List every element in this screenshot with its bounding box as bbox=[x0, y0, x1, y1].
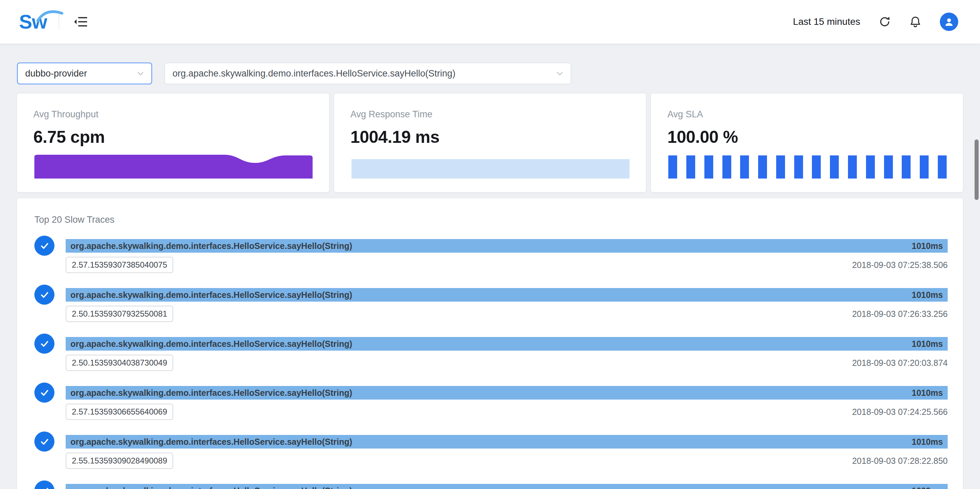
sidebar-toggle-button[interactable] bbox=[73, 15, 89, 28]
time-range-selector[interactable]: Last 15 minutes bbox=[793, 16, 860, 27]
sla-bar bbox=[848, 156, 857, 179]
bell-icon bbox=[909, 16, 921, 28]
trace-meta: 2.50.15359304038730049 2018-09-03 07:20:… bbox=[66, 355, 948, 371]
response-time-value: 1004.19 ms bbox=[350, 127, 630, 147]
refresh-button[interactable] bbox=[878, 16, 891, 28]
trace-id-chip[interactable]: 2.57.15359307385040075 bbox=[66, 257, 173, 273]
trace-endpoint-label: org.apache.skywalking.demo.interfaces.He… bbox=[70, 290, 352, 300]
slow-traces-title: Top 20 Slow Traces bbox=[34, 214, 948, 225]
trace-timestamp: 2018-09-03 07:24:25.566 bbox=[852, 407, 948, 417]
service-selector[interactable]: dubbo-provider bbox=[17, 63, 152, 84]
sla-bar bbox=[686, 156, 695, 179]
trace-duration-label: 1010ms bbox=[912, 339, 943, 349]
sla-bar bbox=[705, 156, 713, 179]
trace-body: org.apache.skywalking.demo.interfaces.He… bbox=[66, 288, 948, 322]
trace-success-icon bbox=[34, 285, 54, 305]
trace-row: org.apache.skywalking.demo.interfaces.He… bbox=[34, 386, 948, 420]
trace-endpoint-label: org.apache.skywalking.demo.interfaces.He… bbox=[70, 339, 352, 349]
sla-label: Avg SLA bbox=[667, 109, 947, 120]
trace-timestamp: 2018-09-03 07:20:03.874 bbox=[852, 358, 948, 368]
trace-duration-label: 1010ms bbox=[912, 388, 943, 398]
trace-duration-label: 1010ms bbox=[912, 290, 943, 300]
skywalking-logo[interactable]: Sw bbox=[19, 12, 47, 32]
notifications-button[interactable] bbox=[909, 16, 921, 28]
metric-cards: Avg Throughput 6.75 cpm Avg Response Tim… bbox=[17, 94, 963, 192]
trace-success-icon bbox=[34, 383, 54, 403]
filter-bar: dubbo-provider org.apache.skywalking.dem… bbox=[17, 63, 963, 84]
refresh-icon bbox=[878, 16, 891, 28]
throughput-value: 6.75 cpm bbox=[33, 127, 313, 147]
trace-meta: 2.50.15359307932550081 2018-09-03 07:26:… bbox=[66, 306, 948, 322]
trace-endpoint-label: org.apache.skywalking.demo.interfaces.He… bbox=[70, 437, 352, 447]
trace-duration-label: 1009ms bbox=[912, 486, 943, 489]
trace-body: org.apache.skywalking.demo.interfaces.He… bbox=[66, 435, 948, 469]
trace-endpoint-label: org.apache.skywalking.demo.interfaces.He… bbox=[70, 388, 352, 398]
sla-bar bbox=[938, 156, 947, 179]
trace-id-chip[interactable]: 2.50.15359307932550081 bbox=[66, 306, 173, 322]
trace-duration-bar[interactable]: org.apache.skywalking.demo.interfaces.He… bbox=[66, 435, 948, 449]
sla-bar bbox=[722, 156, 731, 179]
top-header: Sw Last 15 minutes bbox=[0, 0, 980, 43]
trace-row: org.apache.skywalking.demo.interfaces.He… bbox=[34, 288, 948, 322]
sla-bar bbox=[668, 156, 677, 179]
sla-bar bbox=[758, 156, 767, 179]
trace-meta: 2.57.15359306655640069 2018-09-03 07:24:… bbox=[66, 404, 948, 420]
menu-fold-icon bbox=[73, 15, 89, 28]
header-divider bbox=[59, 14, 59, 29]
scrollbar-thumb[interactable] bbox=[975, 140, 978, 200]
trace-row: org.apache.skywalking.demo.interfaces.He… bbox=[34, 435, 948, 469]
trace-timestamp: 2018-09-03 07:26:33.256 bbox=[852, 309, 948, 319]
trace-timestamp: 2018-09-03 07:28:22.850 bbox=[852, 456, 948, 466]
trace-body: org.apache.skywalking.demo.interfaces.He… bbox=[66, 337, 948, 371]
trace-duration-label: 1010ms bbox=[912, 437, 943, 447]
sla-value: 100.00 % bbox=[667, 127, 947, 147]
throughput-label: Avg Throughput bbox=[33, 109, 313, 120]
throughput-card: Avg Throughput 6.75 cpm bbox=[17, 94, 329, 192]
sla-chart bbox=[668, 156, 947, 179]
endpoint-selector[interactable]: org.apache.skywalking.demo.interfaces.He… bbox=[164, 63, 571, 84]
trace-duration-bar[interactable]: org.apache.skywalking.demo.interfaces.He… bbox=[66, 386, 948, 400]
sla-bar bbox=[830, 156, 839, 179]
trace-success-icon bbox=[34, 236, 54, 256]
service-selector-value: dubbo-provider bbox=[25, 68, 87, 79]
trace-duration-bar[interactable]: org.apache.skywalking.demo.interfaces.He… bbox=[66, 337, 948, 351]
trace-id-chip[interactable]: 2.50.15359304038730049 bbox=[66, 355, 173, 371]
sla-bar bbox=[884, 156, 893, 179]
sla-bar bbox=[776, 156, 785, 179]
sla-card: Avg SLA 100.00 % bbox=[651, 94, 963, 192]
trace-success-icon bbox=[34, 333, 54, 354]
trace-duration-bar[interactable]: org.apache.skywalking.demo.interfaces.He… bbox=[66, 288, 948, 302]
sla-bar bbox=[740, 156, 749, 179]
slow-traces-panel: Top 20 Slow Traces org.apache.skywalking… bbox=[17, 198, 963, 489]
trace-duration-bar[interactable]: org.apache.skywalking.demo.interfaces.He… bbox=[66, 484, 948, 489]
header-actions: Last 15 minutes bbox=[793, 13, 958, 31]
trace-body: org.apache.skywalking.demo.interfaces.He… bbox=[66, 484, 948, 489]
trace-row: org.apache.skywalking.demo.interfaces.He… bbox=[34, 239, 948, 273]
throughput-area-chart bbox=[34, 154, 313, 179]
sla-bar bbox=[812, 156, 821, 179]
chevron-down-icon bbox=[556, 71, 563, 76]
trace-id-chip[interactable]: 2.57.15359306655640069 bbox=[66, 404, 173, 420]
trace-endpoint-label: org.apache.skywalking.demo.interfaces.He… bbox=[70, 486, 352, 489]
chevron-down-icon bbox=[137, 71, 144, 76]
trace-timestamp: 2018-09-03 07:25:38.506 bbox=[852, 260, 948, 270]
logo-text: Sw bbox=[19, 12, 47, 32]
sla-bar bbox=[866, 156, 875, 179]
trace-body: org.apache.skywalking.demo.interfaces.He… bbox=[66, 386, 948, 420]
sla-bar bbox=[920, 156, 929, 179]
trace-success-icon bbox=[34, 481, 54, 489]
response-time-card: Avg Response Time 1004.19 ms bbox=[334, 94, 646, 192]
response-time-chart bbox=[352, 159, 630, 179]
trace-duration-bar[interactable]: org.apache.skywalking.demo.interfaces.He… bbox=[66, 239, 948, 252]
throughput-chart bbox=[34, 154, 313, 179]
sla-bar bbox=[902, 156, 911, 179]
user-avatar[interactable] bbox=[940, 13, 958, 31]
trace-endpoint-label: org.apache.skywalking.demo.interfaces.He… bbox=[70, 241, 352, 251]
trace-row: org.apache.skywalking.demo.interfaces.He… bbox=[34, 484, 948, 489]
trace-success-icon bbox=[34, 432, 54, 452]
trace-meta: 2.55.15359309028490089 2018-09-03 07:28:… bbox=[66, 452, 948, 469]
trace-meta: 2.57.15359307385040075 2018-09-03 07:25:… bbox=[66, 257, 948, 273]
trace-id-chip[interactable]: 2.55.15359309028490089 bbox=[66, 452, 173, 469]
trace-duration-label: 1010ms bbox=[912, 241, 943, 251]
trace-row: org.apache.skywalking.demo.interfaces.He… bbox=[34, 337, 948, 371]
